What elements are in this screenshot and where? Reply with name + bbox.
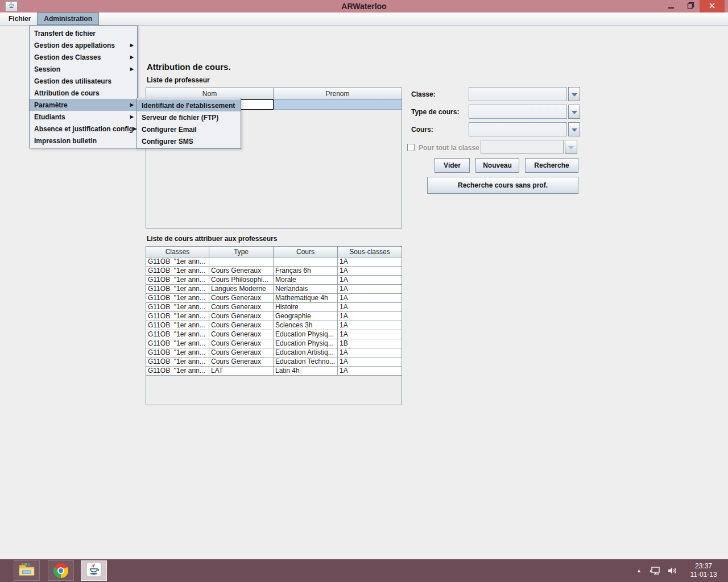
menu-item-param-tre[interactable]: Paramètre▶	[30, 99, 137, 111]
recherche-button[interactable]: Recherche	[525, 158, 578, 173]
table-cell[interactable]: G11OB "1er ann...	[146, 357, 209, 366]
submenu-item-identifiant-de-l-etablissement[interactable]: Identifiant de l'etablissement	[137, 99, 241, 111]
restore-button[interactable]	[681, 0, 700, 13]
table-cell[interactable]: 1A	[338, 303, 402, 311]
submenu-item-configurer-email[interactable]: Configurer Email	[137, 123, 241, 135]
menu-item-transfert-de-fichier[interactable]: Transfert de fichier	[30, 27, 137, 39]
courses-column-header-sous-classes[interactable]: Sous-classes	[338, 247, 402, 257]
pour-tout-la-classe-checkbox[interactable]	[407, 144, 415, 151]
table-cell[interactable]: Cours Generaux	[209, 339, 274, 348]
table-cell[interactable]: Sciences 3h	[274, 321, 338, 330]
table-cell[interactable]	[209, 257, 274, 266]
close-button[interactable]	[700, 0, 725, 13]
table-cell[interactable]: Cours Generaux	[209, 303, 274, 311]
menu-item-impression-bulletin[interactable]: Impression bulletin	[30, 135, 137, 147]
courses-column-header-classes[interactable]: Classes	[146, 247, 209, 257]
table-cell[interactable]: 1A	[338, 267, 402, 275]
table-cell[interactable]: Cours Generaux	[209, 312, 274, 321]
table-cell[interactable]: 1A	[338, 294, 402, 302]
taskbar-clock[interactable]: 23:37 11-01-13	[684, 562, 723, 579]
table-cell[interactable]: 1A	[338, 321, 402, 330]
cours-combobox[interactable]	[469, 122, 567, 136]
table-cell[interactable]: 1A	[338, 367, 402, 375]
table-cell[interactable]: G11OB "1er ann...	[146, 276, 209, 284]
table-cell[interactable]: Cours Generaux	[209, 348, 274, 357]
cours-combobox-arrow-button[interactable]	[568, 122, 580, 136]
menu-item-gestion-des-classes[interactable]: Gestion des Classes▶	[30, 51, 137, 63]
table-cell[interactable]: G11OB "1er ann...	[146, 303, 209, 311]
table-row[interactable]: G11OB "1er ann...Cours GenerauxFrançais …	[146, 267, 402, 276]
professor-prenom-selected-cell[interactable]	[274, 99, 402, 110]
table-cell[interactable]: 1A	[338, 312, 402, 321]
table-cell[interactable]: G11OB "1er ann...	[146, 312, 209, 321]
table-cell[interactable]	[274, 257, 338, 266]
table-cell[interactable]: Cours Generaux	[209, 267, 274, 275]
table-cell[interactable]: 1A	[338, 348, 402, 357]
table-cell[interactable]: 1B	[338, 339, 402, 348]
table-row[interactable]: G11OB "1er ann...Cours GenerauxEducation…	[146, 357, 402, 367]
table-cell[interactable]: 1A	[338, 357, 402, 366]
table-row[interactable]: G11OB "1er ann...Cours GenerauxEducation…	[146, 330, 402, 339]
vider-button[interactable]: Vider	[435, 158, 470, 173]
recherche-cours-sans-prof-button[interactable]: Recherche cours sans prof.	[427, 177, 578, 194]
classe-combobox[interactable]	[469, 87, 567, 101]
table-row[interactable]: G11OB "1er ann...Langues ModerneNerlanda…	[146, 285, 402, 294]
table-cell[interactable]: 1A	[338, 285, 402, 293]
table-cell[interactable]: Cours Generaux	[209, 330, 274, 339]
menu-fichier[interactable]: Fichier	[2, 13, 37, 25]
table-row[interactable]: G11OB "1er ann...Cours GenerauxEducation…	[146, 339, 402, 348]
nouveau-button[interactable]: Nouveau	[475, 158, 519, 173]
show-hidden-icons-button[interactable]: ▲	[636, 568, 642, 573]
menu-item-session[interactable]: Session▶	[30, 63, 137, 75]
table-cell[interactable]: Cours Generaux	[209, 357, 274, 366]
courses-column-header-type[interactable]: Type	[209, 247, 274, 257]
type-de-cours-combobox-arrow-button[interactable]	[568, 105, 580, 119]
table-cell[interactable]: G11OB "1er ann...	[146, 294, 209, 302]
table-cell[interactable]: Mathematique 4h	[274, 294, 338, 302]
menu-item-gestion-des-appellations[interactable]: Gestion des appellations▶	[30, 39, 137, 51]
table-cell[interactable]: Histoire	[274, 303, 338, 311]
table-cell[interactable]: G11OB "1er ann...	[146, 321, 209, 330]
table-row[interactable]: G11OB "1er ann...Cours GenerauxSciences …	[146, 321, 402, 330]
submenu-item-configurer-sms[interactable]: Configurer SMS	[137, 135, 241, 147]
table-cell[interactable]: LAT	[209, 367, 274, 375]
type-de-cours-combobox[interactable]	[469, 105, 567, 119]
table-row[interactable]: G11OB "1er ann...Cours Philosophi...Mora…	[146, 276, 402, 285]
table-row[interactable]: G11OB "1er ann...Cours GenerauxEducation…	[146, 348, 402, 357]
network-icon[interactable]	[650, 566, 661, 576]
table-row[interactable]: G11OB "1er ann...Cours GenerauxHistoire1…	[146, 303, 402, 312]
professor-column-header-prenom[interactable]: Prenom	[274, 88, 402, 99]
menu-item-gestion-des-utilisateurs[interactable]: Gestion des utilisateurs	[30, 75, 137, 87]
classe-combobox-arrow-button[interactable]	[568, 87, 580, 101]
taskbar-chrome-button[interactable]	[48, 560, 74, 581]
table-cell[interactable]: Morale	[274, 276, 338, 284]
table-cell[interactable]: Cours Generaux	[209, 321, 274, 330]
table-row[interactable]: G11OB "1er ann...Cours GenerauxMathemati…	[146, 294, 402, 303]
submenu-item-serveur-de-fichier-ftp[interactable]: Serveur de fichier (FTP)	[137, 111, 241, 123]
table-cell[interactable]: 1A	[338, 330, 402, 339]
table-cell[interactable]: Cours Philosophi...	[209, 276, 274, 284]
table-cell[interactable]: Education Physiq...	[274, 339, 338, 348]
table-cell[interactable]: G11OB "1er ann...	[146, 339, 209, 348]
table-cell[interactable]: 1A	[338, 276, 402, 284]
table-cell[interactable]: G11OB "1er ann...	[146, 285, 209, 293]
menu-administration[interactable]: Administration	[37, 13, 99, 25]
menu-item-attribution-de-cours[interactable]: Attribution de cours	[30, 87, 137, 99]
table-cell[interactable]: 1A	[338, 257, 402, 266]
table-cell[interactable]: Latin 4h	[274, 367, 338, 375]
menu-item-absence-et-justification-config[interactable]: Absence et justification config▶	[30, 123, 137, 135]
taskbar-java-app-button[interactable]	[81, 560, 107, 581]
taskbar-file-explorer-button[interactable]	[14, 560, 40, 581]
courses-column-header-cours[interactable]: Cours	[274, 247, 338, 257]
table-row[interactable]: G11OB "1er ann...LATLatin 4h1A	[146, 367, 402, 376]
table-cell[interactable]: Education Physiq...	[274, 330, 338, 339]
volume-icon[interactable]	[667, 566, 678, 576]
table-cell[interactable]: Français 6h	[274, 267, 338, 275]
table-cell[interactable]: Nerlandais	[274, 285, 338, 293]
table-cell[interactable]: Cours Generaux	[209, 294, 274, 302]
table-cell[interactable]: Langues Moderne	[209, 285, 274, 293]
table-cell[interactable]: Geographie	[274, 312, 338, 321]
minimize-button[interactable]	[661, 0, 681, 13]
table-cell[interactable]: Education Techno...	[274, 357, 338, 366]
table-cell[interactable]: G11OB "1er ann...	[146, 367, 209, 375]
